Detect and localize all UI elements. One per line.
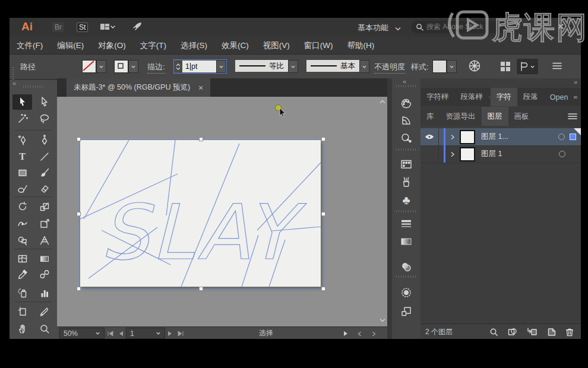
layer-thumbnail[interactable]	[460, 147, 475, 161]
handle-sw[interactable]	[77, 287, 81, 291]
layer-thumbnail[interactable]	[460, 130, 475, 144]
next-page-icon[interactable]	[167, 331, 172, 337]
stroke-weight-input[interactable]: 1pt	[182, 61, 216, 72]
last-page-icon[interactable]	[177, 331, 184, 337]
layers-panel-menu-icon[interactable]	[568, 113, 577, 120]
tab-layers[interactable]: 图层	[482, 107, 508, 126]
tab-character[interactable]: 字符	[491, 88, 517, 106]
free-transform-tool[interactable]	[34, 216, 54, 231]
brush-chevron-icon[interactable]	[359, 60, 369, 73]
rotate-tool[interactable]	[12, 199, 32, 214]
visibility-eye-empty[interactable]	[421, 145, 439, 163]
eyedropper-tool[interactable]	[12, 267, 32, 282]
menu-view[interactable]: 视图(V)	[263, 40, 290, 51]
handle-w[interactable]	[77, 212, 81, 216]
slice-tool[interactable]	[34, 304, 54, 319]
selection-tool[interactable]	[12, 94, 32, 110]
stroke-chevron-icon[interactable]	[128, 60, 138, 73]
hand-tool[interactable]	[12, 321, 32, 337]
new-layer-icon[interactable]	[547, 328, 556, 336]
stroke-weight-field[interactable]: 1pt	[173, 59, 227, 74]
layer-row-2[interactable]: 图层 1	[421, 145, 581, 163]
stroke-stepper[interactable]	[174, 61, 182, 72]
shape-builder-tool[interactable]	[12, 233, 32, 248]
controlbar-grip[interactable]	[12, 65, 14, 80]
visibility-eye-icon[interactable]	[421, 128, 439, 145]
gradient-tool[interactable]	[34, 251, 54, 267]
opacity-label[interactable]: 不透明度	[374, 62, 405, 74]
scroll-down-icon[interactable]	[379, 318, 386, 323]
scale-tool[interactable]	[34, 199, 54, 214]
layer-name[interactable]: 图层 1...	[481, 132, 558, 142]
recolor-panel-icon[interactable]	[392, 131, 421, 146]
stroke-swatch[interactable]	[114, 60, 128, 73]
search-input[interactable]: 搜索 Adobe Stock	[411, 21, 516, 33]
new-sublayer-icon[interactable]	[527, 328, 538, 336]
transparency-panel-icon[interactable]	[392, 259, 421, 275]
align-panel-icon[interactable]	[500, 61, 511, 74]
menu-file[interactable]: 文件(F)	[17, 40, 43, 51]
layer-target-icon[interactable]	[558, 134, 565, 140]
tab-character-styles[interactable]: 字符样	[421, 88, 455, 106]
menu-effect[interactable]: 效果(C)	[222, 40, 249, 51]
zoom-level-select[interactable]: 50%	[59, 328, 105, 339]
handle-e[interactable]	[321, 212, 325, 216]
mesh-tool[interactable]	[12, 251, 32, 267]
clipping-mask-icon[interactable]	[508, 328, 517, 336]
bridge-icon[interactable]: Br	[52, 23, 64, 32]
style-chevron-icon[interactable]	[447, 60, 457, 73]
tab-paragraph[interactable]: 段落	[517, 88, 544, 106]
width-tool[interactable]	[12, 216, 32, 231]
iconbar-grip[interactable]	[396, 85, 416, 87]
tab-asset-export[interactable]: 资源导出	[440, 107, 482, 126]
tools-collapse-icon[interactable]: «	[12, 80, 16, 87]
eraser-tool[interactable]	[34, 181, 54, 196]
artboards-panel-icon[interactable]	[392, 304, 421, 319]
fill-color-widget[interactable]	[82, 60, 106, 73]
layer-row-1[interactable]: 图层 1...	[421, 128, 581, 146]
stock-icon[interactable]: St	[77, 23, 88, 32]
handle-se[interactable]	[321, 287, 325, 291]
zoom-tool[interactable]	[34, 321, 54, 337]
appearance-panel-icon[interactable]	[392, 285, 421, 300]
handle-n[interactable]	[199, 137, 203, 141]
column-graph-tool[interactable]	[34, 285, 54, 301]
width-profile-dropdown[interactable]: 等比	[235, 60, 298, 73]
locate-object-icon[interactable]	[489, 328, 498, 337]
stroke-weight-chevron-icon[interactable]	[216, 60, 226, 73]
menu-select[interactable]: 选择(S)	[181, 40, 207, 51]
controlbar-menu-icon[interactable]	[552, 62, 562, 72]
scroll-up-icon[interactable]	[379, 99, 386, 104]
artboard[interactable]: SLAY	[80, 140, 321, 287]
document-tab[interactable]: 未标题-3* @ 50% (RGB/GPU 预览) ×	[67, 78, 210, 97]
workspace-selector[interactable]: 基本功能	[358, 23, 388, 33]
blend-tool[interactable]	[34, 267, 54, 282]
profile-chevron-icon[interactable]	[288, 60, 298, 73]
symbol-sprayer-tool[interactable]	[12, 285, 32, 301]
fill-none-swatch[interactable]	[82, 60, 96, 73]
prev-page-icon[interactable]	[119, 331, 124, 337]
type-tool[interactable]: T	[12, 149, 32, 164]
workspace-chevron-icon[interactable]	[394, 24, 402, 33]
brush-definition-dropdown[interactable]: 基本	[306, 60, 369, 73]
paintbrush-tool[interactable]	[34, 165, 54, 180]
rectangle-tool[interactable]	[12, 165, 32, 180]
fill-chevron-icon[interactable]	[96, 60, 106, 73]
recolor-artwork-icon[interactable]	[468, 59, 481, 74]
stroke-panel-icon[interactable]	[392, 216, 421, 231]
menu-window[interactable]: 窗口(W)	[304, 40, 333, 51]
iconbar-grip[interactable]	[396, 148, 416, 151]
pen-tool[interactable]	[12, 132, 32, 148]
symbols-panel-icon[interactable]: ♣	[392, 192, 421, 208]
delete-layer-icon[interactable]	[565, 328, 574, 337]
iconbar-grip[interactable]	[396, 275, 416, 278]
dock-expand-icon[interactable]: »	[574, 78, 577, 85]
iconbar-grip[interactable]	[396, 210, 416, 212]
menu-object[interactable]: 对象(O)	[98, 40, 126, 51]
tools-grip[interactable]	[23, 85, 43, 88]
status-menu-icon[interactable]	[343, 331, 348, 337]
canvas[interactable]: SLAY	[57, 97, 387, 326]
document-setup-toggle[interactable]	[517, 59, 538, 74]
style-swatch[interactable]	[432, 60, 447, 73]
handle-s[interactable]	[199, 287, 203, 291]
